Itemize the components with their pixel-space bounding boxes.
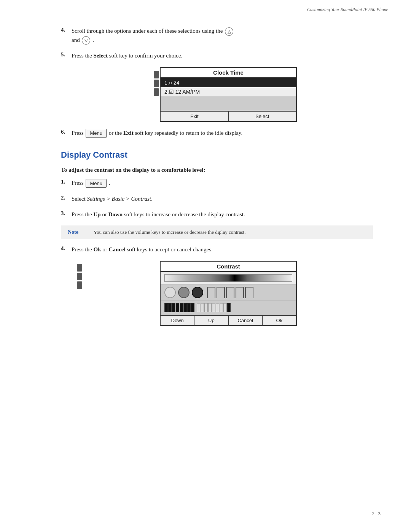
contrast-screen-title: Contrast: [161, 262, 296, 272]
bar-d5: [180, 303, 183, 312]
comb-group: [207, 287, 253, 298]
side-btn-3: [154, 88, 159, 96]
dc-step4-num: 4.: [61, 245, 72, 252]
step5-text: Press the Select soft key to confirm you…: [72, 51, 373, 60]
bar-l8: [223, 303, 227, 312]
softkey-exit[interactable]: Exit: [161, 112, 229, 121]
contrast-softkeys: Down Up Cancel Ok: [161, 315, 296, 325]
dc-step4-text: Press the Ok or Cancel soft keys to acce…: [72, 245, 373, 254]
dc-step1-row: 1. Press Menu .: [61, 179, 373, 188]
dc-step3-block: 3. Press the Up or Down soft keys to inc…: [61, 210, 373, 219]
dc-step4-block: 4. Press the Ok or Cancel soft keys to a…: [61, 245, 373, 254]
contrast-side-buttons: [77, 264, 82, 289]
bar-l2: [201, 303, 204, 312]
circle-2: [178, 287, 190, 298]
bar-d8: [191, 303, 194, 312]
clock-row-1: 1.○ 24: [161, 78, 296, 87]
bar-d4: [176, 303, 179, 312]
softkey-select[interactable]: Select: [229, 112, 296, 121]
bar-d6: [183, 303, 187, 312]
softkey-ok[interactable]: Ok: [263, 316, 296, 325]
comb-3: [226, 287, 234, 298]
side-btn-1: [154, 71, 159, 78]
comb-2: [217, 287, 225, 298]
dc-step2-text: Select Settings > Basic > Contrast.: [72, 195, 373, 203]
step6-text: Press Menu or the Exit soft key repeated…: [72, 129, 373, 138]
step6-row: 6. Press Menu or the Exit soft key repea…: [61, 129, 373, 138]
contrast-bars-row: [161, 301, 296, 315]
step4-text: Scroll through the options under each of…: [72, 27, 373, 45]
light-bars: [197, 303, 231, 312]
section-heading: Display Contrast: [61, 150, 373, 160]
dark-bars: [164, 303, 194, 312]
contrast-circles-row: [161, 284, 296, 301]
step4-row: 4. Scroll through the options under each…: [61, 27, 373, 45]
contrast-screen-container: Contrast: [84, 261, 373, 326]
comb-1: [207, 287, 215, 298]
down-arrow-icon: ▽: [82, 36, 90, 45]
contrast-phone-screen: Contrast: [160, 261, 297, 326]
comb-5: [245, 287, 253, 298]
bar-d1: [164, 303, 168, 312]
softkey-up[interactable]: Up: [194, 316, 228, 325]
bar-l5: [212, 303, 215, 312]
circle-3: [192, 287, 203, 298]
bar-d2: [168, 303, 172, 312]
bar-l4: [208, 303, 212, 312]
dc-step2-row: 2. Select Settings > Basic > Contrast.: [61, 195, 373, 203]
step5-block: 5. Press the Select soft key to confirm …: [61, 51, 373, 60]
note-box: Note You can also use the volume keys to…: [61, 225, 373, 239]
dc-step2-block: 2. Select Settings > Basic > Contrast.: [61, 195, 373, 203]
clock-softkeys: Exit Select: [161, 111, 296, 121]
subsection-heading: To adjust the contrast on the display to…: [61, 167, 373, 173]
note-label: Note: [68, 229, 86, 235]
note-text: You can also use the volume keys to incr…: [94, 229, 245, 235]
contrast-swatch-row: [161, 272, 296, 284]
step6-block: 6. Press Menu or the Exit soft key repea…: [61, 129, 373, 138]
step5-num: 5.: [61, 51, 72, 58]
bar-d3: [172, 303, 175, 312]
step4-block: 4. Scroll through the options under each…: [61, 27, 373, 45]
page-number: 2 - 3: [371, 511, 381, 517]
bar-l3: [204, 303, 208, 312]
clock-screen-container: Clock Time 1.○ 24 2.☑ 12 AM/PM Exit Sele…: [84, 67, 373, 122]
step6-num: 6.: [61, 129, 72, 135]
bar-l1: [197, 303, 200, 312]
dc-step3-num: 3.: [61, 210, 72, 217]
clock-row-2: 2.☑ 12 AM/PM: [161, 87, 296, 96]
contrast-side-btn-1: [77, 264, 82, 272]
dc-step3-text: Press the Up or Down soft keys to increa…: [72, 210, 373, 219]
contrast-side-btn-3: [77, 281, 82, 289]
step4-num: 4.: [61, 27, 72, 33]
side-buttons: [154, 71, 159, 96]
bar-last: [227, 303, 231, 312]
bar-l7: [220, 303, 223, 312]
dc-step1-block: 1. Press Menu .: [61, 179, 373, 188]
bar-l6: [216, 303, 219, 312]
dc-step1-text: Press Menu .: [72, 179, 373, 188]
dc-step2-num: 2.: [61, 195, 72, 201]
bar-d7: [187, 303, 191, 312]
dc-step4-row: 4. Press the Ok or Cancel soft keys to a…: [61, 245, 373, 254]
page-header: Customizing Your SoundPoint IP 550 Phone: [0, 0, 411, 15]
step5-row: 5. Press the Select soft key to confirm …: [61, 51, 373, 60]
comb-4: [236, 287, 244, 298]
circle-1: [164, 287, 176, 298]
side-btn-2: [154, 80, 159, 87]
up-arrow-icon: △: [225, 27, 233, 36]
menu-button-img-2: Menu: [86, 179, 107, 188]
softkey-down[interactable]: Down: [161, 316, 194, 325]
page-content: 4. Scroll through the options under each…: [0, 15, 411, 356]
dc-step1-num: 1.: [61, 179, 72, 185]
contrast-side-btn-2: [77, 273, 82, 280]
header-title: Customizing Your SoundPoint IP 550 Phone: [307, 7, 388, 13]
menu-button-img-1: Menu: [86, 129, 107, 138]
clock-screen-empty: [161, 96, 296, 111]
clock-phone-screen: Clock Time 1.○ 24 2.☑ 12 AM/PM Exit Sele…: [160, 67, 297, 122]
clock-screen-title: Clock Time: [161, 68, 296, 78]
softkey-cancel[interactable]: Cancel: [229, 316, 263, 325]
dc-step3-row: 3. Press the Up or Down soft keys to inc…: [61, 210, 373, 219]
contrast-swatch: [164, 274, 292, 282]
